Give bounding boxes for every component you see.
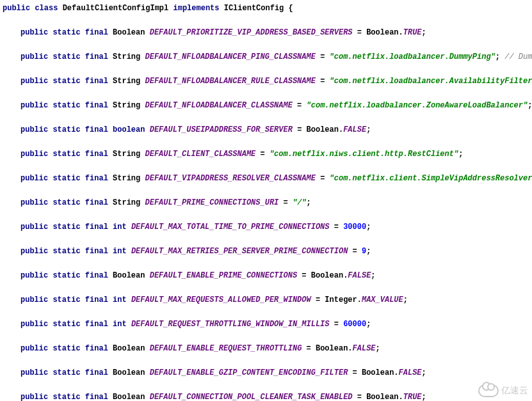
const-name: DEFAULT_NFLOADBALANCER_RULE_CLASSNAME	[145, 77, 315, 86]
const-name: DEFAULT_ENABLE_GZIP_CONTENT_ENCODING_FIL…	[150, 368, 348, 377]
blank-line	[3, 377, 532, 393]
interface-name: IClientConfig	[224, 4, 284, 13]
string-literal: "com.netflix.niws.client.http.RestClient…	[270, 150, 458, 159]
watermark-text: 亿速云	[501, 385, 528, 395]
blank-line	[3, 207, 532, 223]
number-literal: 30000	[343, 223, 366, 232]
blank-line	[3, 304, 532, 320]
field-l3: public static final String DEFAULT_NFLOA…	[3, 77, 532, 86]
blank-line	[3, 232, 532, 247]
open-brace: {	[289, 4, 293, 13]
kw-class: class	[35, 4, 58, 13]
blank-line	[3, 86, 532, 101]
string-literal: "com.netflix.loadbalancer.DummyPing"	[330, 52, 496, 61]
field-l9: public static final int DEFAULT_MAX_TOTA…	[3, 223, 532, 232]
string-literal: "com.netflix.loadbalancer.AvailabilityFi…	[330, 77, 532, 86]
comment: // DummyPing.	[504, 52, 532, 61]
blank-line	[3, 280, 532, 295]
const-name: DEFAULT_ENABLE_PRIME_CONNECTIONS	[150, 271, 297, 280]
const-name: DEFAULT_PRIME_CONNECTIONS_URI	[145, 198, 278, 207]
blank-line	[3, 329, 532, 344]
field-l8: public static final String DEFAULT_PRIME…	[3, 198, 532, 207]
blank-line	[3, 13, 532, 28]
field-l2: public static final String DEFAULT_NFLOA…	[3, 52, 532, 61]
field-l13: public static final int DEFAULT_REQUEST_…	[3, 320, 532, 329]
blank-line	[3, 110, 532, 125]
const-name: DEFAULT_MAX_REQUESTS_ALLOWED_PER_WINDOW	[131, 295, 311, 304]
field-l5: public static final boolean DEFAULT_USEI…	[3, 125, 532, 134]
field-l15: public static final Boolean DEFAULT_ENAB…	[3, 368, 532, 377]
const-name: DEFAULT_ENABLE_REQUEST_THROTTLING	[150, 344, 302, 353]
blank-line	[3, 37, 532, 52]
const-name: DEFAULT_CONNECTION_POOL_CLEANER_TASK_ENA…	[150, 393, 353, 401]
const-name: DEFAULT_MAX_TOTAL_TIME_TO_PRIME_CONNECTI…	[131, 223, 330, 232]
const-name: DEFAULT_CLIENT_CLASSNAME	[145, 150, 255, 159]
const-name: DEFAULT_USEIPADDRESS_FOR_SERVER	[150, 125, 293, 134]
string-literal: "com.netflix.loadbalancer.ZoneAwareLoadB…	[307, 101, 528, 110]
const-name: DEFAULT_REQUEST_THROTTLING_WINDOW_IN_MIL…	[131, 320, 330, 329]
kw-implements: implements	[173, 4, 219, 13]
field-l7: public static final String DEFAULT_VIPAD…	[3, 174, 532, 183]
string-literal: "com.netflix.client.SimpleVipAddressReso…	[330, 174, 532, 183]
blank-line	[3, 159, 532, 174]
const-name: DEFAULT_PRIORITIZE_VIP_ADDRESS_BASED_SER…	[150, 28, 353, 37]
blank-line	[3, 256, 532, 271]
field-l14: public static final Boolean DEFAULT_ENAB…	[3, 344, 532, 353]
field-l12: public static final int DEFAULT_MAX_REQU…	[3, 295, 532, 304]
blank-line	[3, 183, 532, 198]
watermark: 亿速云	[478, 384, 528, 397]
field-l4: public static final String DEFAULT_NFLOA…	[3, 101, 532, 110]
string-literal: "/"	[293, 198, 307, 207]
class-declaration: public class DefaultClientConfigImpl imp…	[3, 4, 532, 13]
const-name: DEFAULT_VIPADDRESS_RESOLVER_CLASSNAME	[145, 174, 315, 183]
blank-line	[3, 61, 532, 77]
blank-line	[3, 353, 532, 368]
const-name: DEFAULT_NFLOADBALANCER_CLASSNAME	[145, 101, 292, 110]
field-l1: public static final Boolean DEFAULT_PRIO…	[3, 28, 532, 37]
field-l11: public static final Boolean DEFAULT_ENAB…	[3, 271, 532, 280]
const-name: DEFAULT_NFLOADBALANCER_PING_CLASSNAME	[145, 52, 315, 61]
field-l10: public static final int DEFAULT_MAX_RETR…	[3, 247, 532, 256]
field-l6: public static final String DEFAULT_CLIEN…	[3, 150, 532, 159]
cloud-icon	[478, 384, 499, 397]
number-literal: 60000	[343, 320, 366, 329]
kw-public: public	[3, 4, 30, 13]
field-l16: public static final Boolean DEFAULT_CONN…	[3, 393, 532, 401]
blank-line	[3, 134, 532, 150]
class-name: DefaultClientConfigImpl	[63, 4, 169, 13]
const-name: DEFAULT_MAX_RETRIES_PER_SERVER_PRIME_CON…	[131, 247, 348, 256]
